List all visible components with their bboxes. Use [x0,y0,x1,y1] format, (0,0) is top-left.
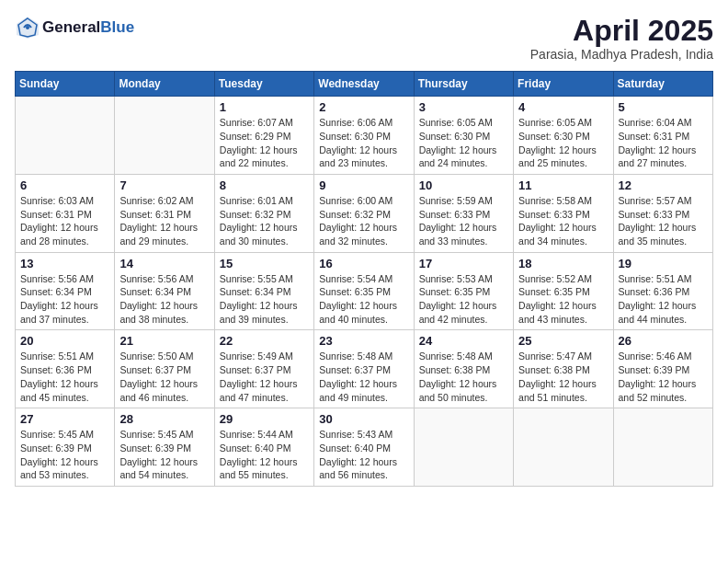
col-thursday: Thursday [414,72,513,97]
day-info: Sunrise: 5:47 AM Sunset: 6:38 PM Dayligh… [518,350,608,404]
col-saturday: Saturday [613,72,712,97]
calendar-cell: 30Sunrise: 5:43 AM Sunset: 6:40 PM Dayli… [314,408,414,487]
calendar-cell: 20Sunrise: 5:51 AM Sunset: 6:36 PM Dayli… [16,330,115,408]
day-info: Sunrise: 6:05 AM Sunset: 6:30 PM Dayligh… [518,116,608,170]
day-number: 7 [119,178,209,192]
day-number: 21 [119,334,209,348]
day-number: 15 [220,257,309,270]
calendar-cell: 17Sunrise: 5:53 AM Sunset: 6:35 PM Dayli… [414,252,513,330]
calendar-cell: 5Sunrise: 6:04 AM Sunset: 6:31 PM Daylig… [613,97,712,175]
day-info: Sunrise: 6:01 AM Sunset: 6:32 PM Dayligh… [220,194,309,248]
day-info: Sunrise: 5:46 AM Sunset: 6:39 PM Dayligh… [619,350,708,404]
day-number: 12 [619,178,708,192]
logo-text: GeneralBlue [42,18,134,37]
day-info: Sunrise: 6:03 AM Sunset: 6:31 PM Dayligh… [20,194,109,248]
day-number: 17 [419,257,508,270]
day-number: 10 [419,178,508,192]
day-number: 2 [319,100,408,114]
day-number: 6 [20,178,109,192]
day-info: Sunrise: 5:45 AM Sunset: 6:39 PM Dayligh… [119,428,209,482]
day-info: Sunrise: 5:51 AM Sunset: 6:36 PM Dayligh… [619,272,708,327]
calendar-cell: 25Sunrise: 5:47 AM Sunset: 6:38 PM Dayli… [514,330,613,408]
day-info: Sunrise: 5:56 AM Sunset: 6:34 PM Dayligh… [119,272,209,327]
day-info: Sunrise: 5:49 AM Sunset: 6:37 PM Dayligh… [220,350,309,404]
calendar-cell: 18Sunrise: 5:52 AM Sunset: 6:35 PM Dayli… [514,252,613,330]
day-number: 1 [220,100,309,114]
day-number: 25 [518,334,608,348]
day-number: 23 [319,334,408,348]
calendar-cell: 14Sunrise: 5:56 AM Sunset: 6:34 PM Dayli… [115,252,214,330]
day-number: 13 [20,257,109,270]
day-info: Sunrise: 5:43 AM Sunset: 6:40 PM Dayligh… [319,428,408,482]
calendar-cell: 26Sunrise: 5:46 AM Sunset: 6:39 PM Dayli… [613,330,712,408]
day-info: Sunrise: 6:00 AM Sunset: 6:32 PM Dayligh… [319,194,408,248]
calendar-cell: 11Sunrise: 5:58 AM Sunset: 6:33 PM Dayli… [514,174,613,252]
svg-point-2 [26,26,29,29]
calendar-cell: 10Sunrise: 5:59 AM Sunset: 6:33 PM Dayli… [414,174,513,252]
day-number: 28 [119,412,209,426]
calendar-cell: 27Sunrise: 5:45 AM Sunset: 6:39 PM Dayli… [16,408,115,487]
month-title: April 2025 [530,15,713,47]
day-info: Sunrise: 5:53 AM Sunset: 6:35 PM Dayligh… [419,272,508,327]
calendar-week-row-4: 20Sunrise: 5:51 AM Sunset: 6:36 PM Dayli… [16,330,713,408]
day-number: 26 [619,334,708,348]
col-sunday: Sunday [16,72,115,97]
day-info: Sunrise: 5:48 AM Sunset: 6:37 PM Dayligh… [319,350,408,404]
calendar-week-row-2: 6Sunrise: 6:03 AM Sunset: 6:31 PM Daylig… [16,174,713,252]
calendar-cell [613,408,712,487]
calendar-cell: 6Sunrise: 6:03 AM Sunset: 6:31 PM Daylig… [16,174,115,252]
calendar-cell: 13Sunrise: 5:56 AM Sunset: 6:34 PM Dayli… [16,252,115,330]
calendar-cell: 1Sunrise: 6:07 AM Sunset: 6:29 PM Daylig… [214,97,313,175]
day-number: 3 [419,100,508,114]
day-number: 4 [518,100,608,114]
calendar-header-row: Sunday Monday Tuesday Wednesday Thursday… [16,72,713,97]
col-wednesday: Wednesday [314,72,414,97]
calendar-cell: 12Sunrise: 5:57 AM Sunset: 6:33 PM Dayli… [613,174,712,252]
day-info: Sunrise: 6:06 AM Sunset: 6:30 PM Dayligh… [319,116,408,170]
day-number: 16 [319,257,408,270]
calendar-cell [16,97,115,175]
calendar-cell: 2Sunrise: 6:06 AM Sunset: 6:30 PM Daylig… [314,97,414,175]
day-number: 14 [119,257,209,270]
location-subtitle: Parasia, Madhya Pradesh, India [530,47,713,62]
logo: GeneralBlue [15,15,134,40]
day-number: 9 [319,178,408,192]
day-info: Sunrise: 5:55 AM Sunset: 6:34 PM Dayligh… [220,272,309,327]
calendar-cell: 24Sunrise: 5:48 AM Sunset: 6:38 PM Dayli… [414,330,513,408]
col-friday: Friday [514,72,613,97]
calendar-cell: 16Sunrise: 5:54 AM Sunset: 6:35 PM Dayli… [314,252,414,330]
day-number: 8 [220,178,309,192]
day-info: Sunrise: 5:59 AM Sunset: 6:33 PM Dayligh… [419,194,508,248]
calendar-week-row-5: 27Sunrise: 5:45 AM Sunset: 6:39 PM Dayli… [16,408,713,487]
day-info: Sunrise: 5:45 AM Sunset: 6:39 PM Dayligh… [20,428,109,482]
calendar-cell [414,408,513,487]
calendar-cell: 8Sunrise: 6:01 AM Sunset: 6:32 PM Daylig… [214,174,313,252]
calendar-cell: 9Sunrise: 6:00 AM Sunset: 6:32 PM Daylig… [314,174,414,252]
day-info: Sunrise: 6:07 AM Sunset: 6:29 PM Dayligh… [220,116,309,170]
calendar-cell: 4Sunrise: 6:05 AM Sunset: 6:30 PM Daylig… [514,97,613,175]
day-info: Sunrise: 6:04 AM Sunset: 6:31 PM Dayligh… [619,116,708,170]
calendar-cell: 3Sunrise: 6:05 AM Sunset: 6:30 PM Daylig… [414,97,513,175]
header: GeneralBlue April 2025 Parasia, Madhya P… [15,15,713,62]
logo-general: General [42,18,100,36]
day-info: Sunrise: 5:57 AM Sunset: 6:33 PM Dayligh… [619,194,708,248]
calendar-cell: 19Sunrise: 5:51 AM Sunset: 6:36 PM Dayli… [613,252,712,330]
day-number: 5 [619,100,708,114]
day-number: 20 [20,334,109,348]
calendar-cell: 22Sunrise: 5:49 AM Sunset: 6:37 PM Dayli… [214,330,313,408]
calendar-cell: 23Sunrise: 5:48 AM Sunset: 6:37 PM Dayli… [314,330,414,408]
day-number: 30 [319,412,408,426]
day-info: Sunrise: 5:50 AM Sunset: 6:37 PM Dayligh… [119,350,209,404]
day-number: 24 [419,334,508,348]
calendar-cell: 7Sunrise: 6:02 AM Sunset: 6:31 PM Daylig… [115,174,214,252]
day-number: 19 [619,257,708,270]
day-info: Sunrise: 6:02 AM Sunset: 6:31 PM Dayligh… [119,194,209,248]
calendar-cell: 29Sunrise: 5:44 AM Sunset: 6:40 PM Dayli… [214,408,313,487]
day-number: 29 [220,412,309,426]
title-area: April 2025 Parasia, Madhya Pradesh, Indi… [530,15,713,62]
calendar-cell [115,97,214,175]
day-info: Sunrise: 5:51 AM Sunset: 6:36 PM Dayligh… [20,350,109,404]
calendar-cell: 15Sunrise: 5:55 AM Sunset: 6:34 PM Dayli… [214,252,313,330]
day-info: Sunrise: 5:44 AM Sunset: 6:40 PM Dayligh… [220,428,309,482]
day-number: 27 [20,412,109,426]
